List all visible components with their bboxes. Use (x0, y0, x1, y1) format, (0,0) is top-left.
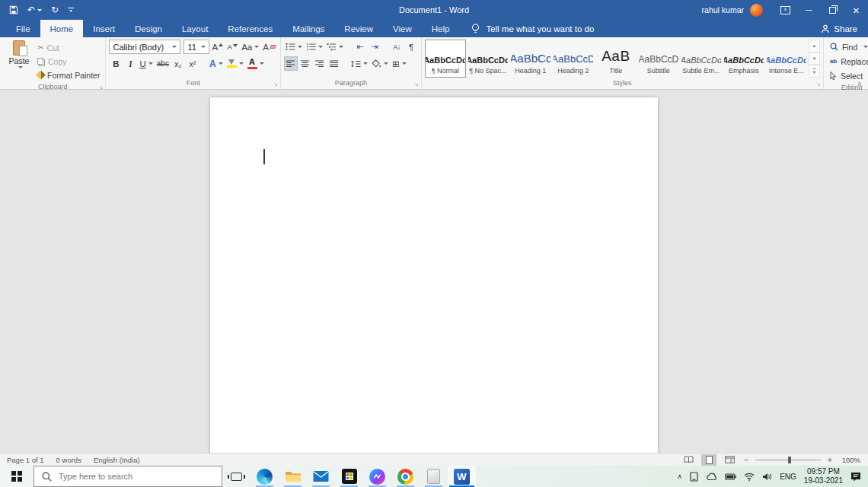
device-icon[interactable] (690, 472, 698, 482)
tab-mailings[interactable]: Mailings (282, 20, 334, 37)
redo-button[interactable]: ↻ (51, 5, 59, 14)
close-button[interactable]: × (844, 0, 868, 20)
borders-button[interactable]: ⊞ (391, 56, 408, 71)
tab-view[interactable]: View (383, 20, 422, 37)
save-button[interactable] (9, 5, 18, 14)
change-case-button[interactable]: Aa (240, 40, 260, 54)
superscript-button[interactable]: x² (186, 56, 199, 71)
tab-review[interactable]: Review (334, 20, 383, 37)
read-mode-button[interactable] (681, 454, 696, 466)
bold-button[interactable]: B (109, 56, 123, 71)
increase-indent-button[interactable]: ⇥ (368, 40, 381, 54)
tray-expand-button[interactable]: ∧ (678, 473, 683, 480)
font-color-button[interactable]: A (246, 56, 266, 71)
line-spacing-button[interactable] (349, 56, 369, 71)
font-dialog-launcher[interactable]: ↘ (273, 81, 278, 87)
italic-button[interactable]: I (123, 56, 137, 71)
taskbar-mail[interactable] (307, 466, 335, 487)
minimize-button[interactable]: ─ (797, 0, 821, 20)
font-size-select[interactable]: 11 (183, 40, 209, 54)
clock[interactable]: 09:57 PM 19-03-2021 (804, 467, 843, 485)
word-count[interactable]: 0 words (56, 456, 81, 464)
subscript-button[interactable]: x₂ (171, 56, 185, 71)
strikethrough-button[interactable]: abc (155, 56, 171, 71)
paragraph-dialog-launcher[interactable]: ↘ (414, 81, 419, 87)
start-button[interactable] (0, 466, 34, 487)
align-left-button[interactable] (284, 56, 298, 71)
cut-button[interactable]: ✂Cut (35, 41, 102, 54)
font-name-select[interactable]: Calibri (Body) (109, 40, 180, 54)
document-page[interactable] (210, 97, 658, 453)
account-name[interactable]: rahul kumar (702, 5, 744, 14)
style-no-spacing[interactable]: AaBbCcDd¶ No Spac... (468, 40, 509, 78)
underline-button[interactable]: U (138, 56, 154, 71)
style-normal[interactable]: AaBbCcDd¶ Normal (425, 40, 466, 78)
taskbar-word[interactable]: W (448, 466, 476, 487)
undo-button[interactable]: ↶ (27, 5, 42, 14)
language-button[interactable]: ENG (780, 473, 796, 481)
tab-design[interactable]: Design (125, 20, 172, 37)
styles-dialog-launcher[interactable]: ↘ (816, 81, 821, 87)
battery-icon[interactable] (725, 473, 736, 480)
action-center-icon[interactable] (850, 472, 861, 482)
style-heading-2[interactable]: AaBbCcDHeading 2 (553, 40, 594, 78)
bullets-button[interactable] (284, 40, 304, 54)
style-intense-emphasis[interactable]: AaBbCcDdIntense E... (766, 40, 807, 78)
avatar[interactable] (750, 4, 763, 17)
zoom-slider[interactable] (755, 456, 821, 464)
styles-scroll-down-button[interactable]: ▾ (809, 53, 820, 65)
onedrive-icon[interactable] (706, 473, 717, 481)
collapse-ribbon-button[interactable]: ∧ (857, 80, 862, 88)
copy-button[interactable]: Copy (35, 55, 102, 68)
taskbar-edge[interactable] (251, 466, 279, 487)
decrease-indent-button[interactable]: ⇤ (353, 40, 367, 54)
grow-font-button[interactable]: A (210, 40, 225, 54)
tab-layout[interactable]: Layout (172, 20, 219, 37)
tab-file[interactable]: File (6, 20, 40, 37)
style-subtle-emphasis[interactable]: AaBbCcDdSubtle Em... (681, 40, 722, 78)
sort-button[interactable]: A↓ (390, 40, 404, 54)
zoom-slider-thumb[interactable] (788, 457, 791, 463)
styles-scroll-up-button[interactable]: ▴ (809, 40, 820, 53)
page-indicator[interactable]: Page 1 of 1 (7, 456, 44, 464)
tab-references[interactable]: References (218, 20, 282, 37)
replace-button[interactable]: ab Replace (827, 55, 868, 68)
tab-insert[interactable]: Insert (83, 20, 125, 37)
paste-button[interactable]: Paste (3, 40, 35, 81)
format-painter-button[interactable]: Format Painter (35, 68, 102, 81)
align-center-button[interactable] (298, 56, 312, 71)
zoom-level[interactable]: 100% (839, 456, 860, 464)
align-right-button[interactable] (313, 56, 327, 71)
zoom-in-button[interactable]: + (826, 455, 834, 464)
customize-qat-button[interactable]: ▾ (68, 8, 74, 13)
tab-help[interactable]: Help (422, 20, 460, 37)
wifi-icon[interactable] (744, 473, 755, 481)
style-title[interactable]: AaBTitle (595, 40, 637, 78)
taskbar-search[interactable] (34, 466, 222, 487)
taskbar-file-explorer[interactable] (279, 466, 307, 487)
tab-home[interactable]: Home (40, 20, 84, 37)
ribbon-display-options-button[interactable]: ∧ (774, 0, 797, 20)
print-layout-button[interactable] (701, 454, 716, 466)
styles-more-button[interactable]: ▾ (809, 65, 820, 78)
style-heading-1[interactable]: AaBbCcHeading 1 (510, 40, 551, 78)
volume-icon[interactable] (762, 473, 772, 481)
multilevel-list-button[interactable] (325, 40, 345, 54)
search-input[interactable] (59, 472, 214, 481)
share-button[interactable]: Share (821, 20, 857, 37)
show-hide-button[interactable]: ¶ (404, 40, 418, 54)
taskbar-chrome[interactable] (391, 466, 420, 487)
tell-me-box[interactable]: Tell me what you want to do (471, 20, 594, 37)
zoom-out-button[interactable]: − (742, 455, 750, 464)
find-button[interactable]: Find (827, 40, 868, 53)
restore-button[interactable] (821, 0, 844, 20)
style-subtitle[interactable]: AaBbCcDSubtitle (638, 40, 679, 78)
taskbar-notepad[interactable] (420, 466, 448, 487)
justify-button[interactable] (327, 56, 341, 71)
taskbar-store[interactable] (335, 466, 363, 487)
language-indicator[interactable]: English (India) (94, 456, 140, 464)
clipboard-dialog-launcher[interactable]: ↘ (99, 84, 104, 90)
style-emphasis[interactable]: AaBbCcDdEmphasis (723, 40, 764, 78)
task-view-button[interactable] (222, 466, 251, 487)
taskbar-messenger[interactable] (363, 466, 391, 487)
